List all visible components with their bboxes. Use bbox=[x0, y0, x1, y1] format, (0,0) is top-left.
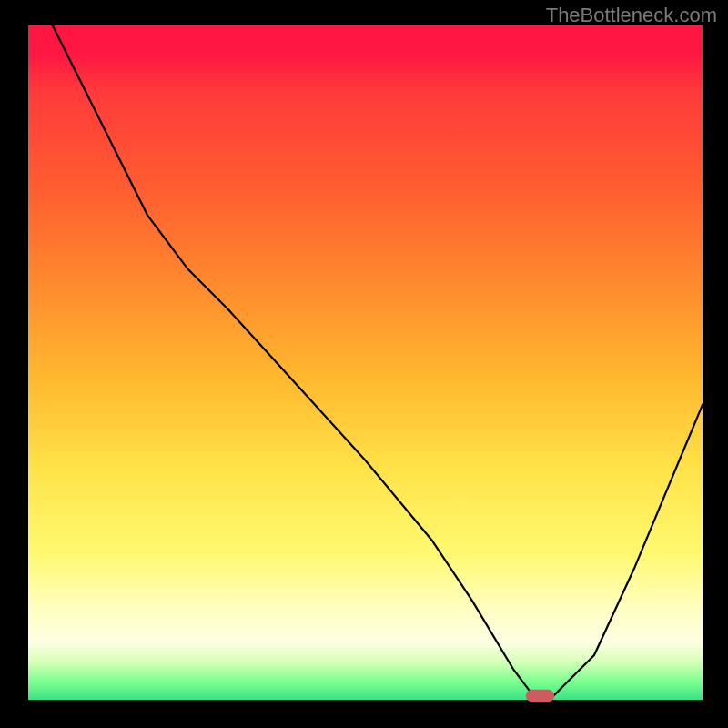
watermark-text: TheBottleneck.com bbox=[546, 4, 717, 27]
optimum-marker bbox=[526, 690, 554, 702]
chart-container: TheBottleneck.com bbox=[0, 0, 728, 728]
chart-curve bbox=[53, 25, 703, 696]
chart-curve-layer bbox=[25, 25, 703, 703]
